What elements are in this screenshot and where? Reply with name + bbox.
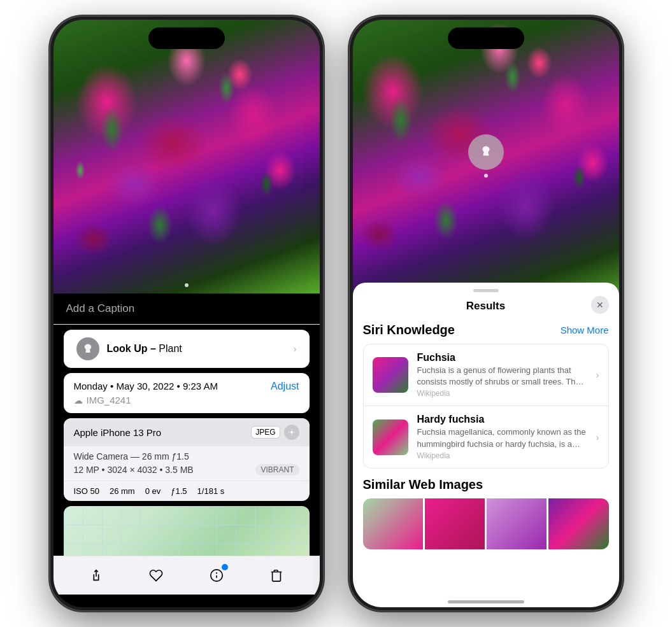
format-badge: JPEG [251, 426, 280, 439]
similar-web-title: Similar Web Images [363, 477, 609, 492]
home-indicator-right [448, 600, 524, 603]
fuchsia-desc: Fuchsia is a genus of flowering plants t… [417, 365, 587, 388]
knowledge-item-hardy[interactable]: Hardy fuchsia Fuchsia magellanica, commo… [364, 405, 608, 467]
siri-knowledge-title: Siri Knowledge [363, 323, 455, 337]
similar-images-grid[interactable] [363, 498, 609, 549]
hardy-source: Wikipedia [417, 451, 587, 460]
fuchsia-thumbnail [373, 357, 408, 393]
right-phone: Results ✕ Siri Knowledge Show More [349, 16, 623, 611]
visual-lookup-icon [76, 337, 99, 360]
right-phone-screen: Results ✕ Siri Knowledge Show More [353, 20, 619, 607]
heart-button[interactable] [145, 564, 168, 587]
bottom-toolbar [54, 556, 320, 595]
results-panel: Results ✕ Siri Knowledge Show More [353, 283, 619, 607]
dynamic-island-right [448, 27, 524, 49]
knowledge-card: Fuchsia Fuchsia is a genus of flowering … [363, 344, 609, 468]
results-header: Results ✕ [353, 292, 619, 318]
info-button[interactable] [205, 564, 228, 587]
flower-photo-left[interactable] [54, 20, 320, 293]
similar-img-2[interactable] [425, 498, 485, 549]
filename-row: ☁ IMG_4241 [74, 395, 299, 405]
info-badge [220, 563, 229, 572]
home-indicator-left [148, 600, 225, 603]
caption-placeholder: Add a Caption [66, 302, 135, 314]
visual-search-button[interactable] [468, 134, 504, 170]
share-button[interactable] [85, 564, 108, 587]
phones-container: Add a Caption Look Up – Plant › Monday •… [0, 0, 672, 627]
hardy-chevron-icon: › [596, 432, 599, 442]
camera-spec-row: 12 MP • 3024 × 4032 • 3.5 MB VIBRANT [74, 464, 299, 476]
metadata-section: Monday • May 30, 2022 • 9:23 AM Adjust ☁… [64, 373, 310, 413]
camera-model: Apple iPhone 13 Pro [74, 427, 162, 438]
shutter-value: 1/181 s [197, 486, 225, 496]
exif-row: ISO 50 26 mm 0 ev ƒ1.5 1/181 s [64, 481, 310, 501]
fuchsia-name: Fuchsia [417, 352, 587, 363]
resolution-text: 12 MP • 3024 × 4032 • 3.5 MB [74, 465, 194, 475]
cloud-icon: ☁ [74, 395, 83, 405]
similar-img-4[interactable] [548, 498, 608, 549]
camera-header: Apple iPhone 13 Pro JPEG [64, 418, 310, 446]
hardy-desc: Fuchsia magellanica, commonly known as t… [417, 426, 587, 449]
left-phone: Add a Caption Look Up – Plant › Monday •… [50, 16, 324, 611]
visual-search-icon [478, 144, 494, 160]
aperture-value: ƒ1.5 [171, 486, 187, 496]
filename-text: IMG_4241 [87, 395, 131, 405]
hardy-name: Hardy fuchsia [417, 414, 587, 425]
adjust-button[interactable]: Adjust [271, 381, 299, 392]
metadata-row-top: Monday • May 30, 2022 • 9:23 AM Adjust [74, 381, 299, 392]
left-phone-screen: Add a Caption Look Up – Plant › Monday •… [54, 20, 320, 607]
lookup-chevron-icon: › [294, 344, 297, 354]
similar-img-3[interactable] [487, 498, 547, 549]
camera-section: Apple iPhone 13 Pro JPEG Wide Camera — 2… [64, 418, 310, 501]
focal-value: 26 mm [110, 486, 135, 496]
location-icon [284, 425, 299, 440]
visual-search-dot [484, 174, 488, 178]
close-button[interactable]: ✕ [591, 296, 609, 314]
hardy-thumbnail [373, 419, 408, 455]
vibrant-badge: VIBRANT [255, 464, 299, 476]
date-text: Monday • May 30, 2022 • 9:23 AM [74, 381, 218, 391]
lens-text: Wide Camera — 26 mm ƒ1.5 [74, 451, 299, 461]
fuchsia-info: Fuchsia Fuchsia is a genus of flowering … [417, 352, 587, 398]
fuchsia-source: Wikipedia [417, 389, 587, 398]
iso-value: ISO 50 [74, 486, 99, 496]
similar-img-1[interactable] [363, 498, 423, 549]
camera-badges: JPEG [251, 425, 299, 440]
knowledge-item-fuchsia[interactable]: Fuchsia Fuchsia is a genus of flowering … [364, 344, 608, 405]
camera-details: Wide Camera — 26 mm ƒ1.5 12 MP • 3024 × … [64, 446, 310, 481]
dynamic-island-left [148, 27, 225, 49]
lookup-label: Look Up – Plant [107, 343, 182, 355]
fuchsia-chevron-icon: › [596, 370, 599, 380]
trash-button[interactable] [265, 564, 288, 587]
results-content: Siri Knowledge Show More Fuchsia Fuchsia… [353, 318, 619, 549]
hardy-info: Hardy fuchsia Fuchsia magellanica, commo… [417, 414, 587, 460]
results-title: Results [466, 300, 505, 313]
lookup-row[interactable]: Look Up – Plant › [64, 330, 310, 368]
svg-point-0 [290, 431, 293, 433]
siri-knowledge-header: Siri Knowledge Show More [363, 323, 609, 337]
ev-value: 0 ev [145, 486, 161, 496]
page-dot-left [185, 283, 189, 287]
flower-photo-right[interactable] [353, 20, 619, 306]
caption-area[interactable]: Add a Caption [54, 293, 320, 325]
similar-web-section: Similar Web Images [363, 477, 609, 549]
show-more-button[interactable]: Show More [561, 325, 609, 335]
